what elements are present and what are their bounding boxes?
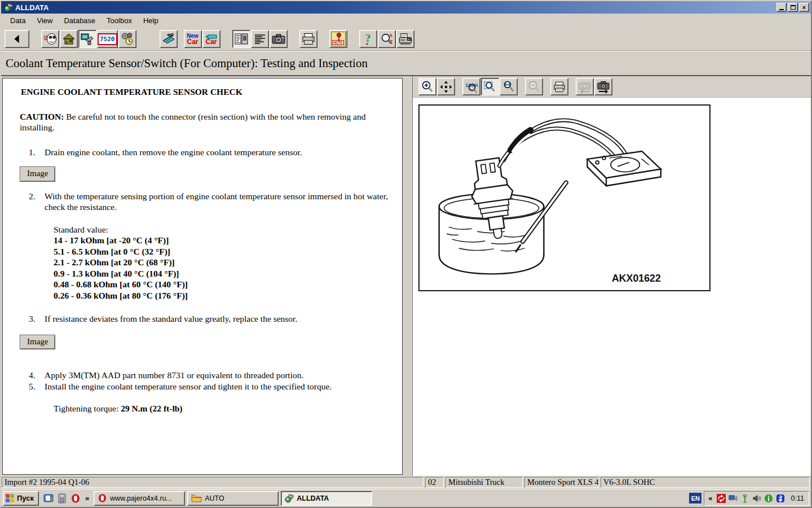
- wireless-tray-icon[interactable]: [740, 494, 749, 503]
- pan-button[interactable]: [437, 78, 455, 95]
- taskbar-button-auto[interactable]: AUTO: [187, 491, 279, 506]
- pane-splitter[interactable]: [403, 76, 413, 476]
- home-button[interactable]: [60, 30, 78, 48]
- standard-value-row: 0.26 - 0.36 kOhm [at 80 °C (176 °F)]: [54, 290, 392, 301]
- previous-image-icon: [578, 80, 592, 94]
- menu-help[interactable]: Help: [138, 15, 164, 27]
- fax-button[interactable]: FAX: [396, 30, 414, 48]
- minimize-button[interactable]: [776, 3, 787, 12]
- svg-text:FAX: FAX: [407, 38, 412, 41]
- caution-paragraph: CAUTION: Be careful not to touch the con…: [20, 111, 392, 133]
- next-image-button[interactable]: [594, 78, 612, 95]
- fit-width-button[interactable]: [500, 78, 518, 95]
- split-view-button[interactable]: [232, 30, 250, 48]
- notes-button[interactable]: NOTE: [329, 30, 347, 48]
- zoom-100-button[interactable]: 100%: [462, 78, 480, 95]
- help-icon: ?: [361, 32, 375, 46]
- pan-icon: [439, 80, 453, 94]
- close-icon: ×: [802, 5, 806, 11]
- previous-car-icon: Car: [205, 34, 218, 45]
- previous-image-button[interactable]: [576, 78, 594, 95]
- start-button[interactable]: Пуск: [3, 491, 39, 506]
- next-image-icon: [597, 80, 610, 94]
- article-heading: ENGINE COOLANT TEMPERATURE SENSOR CHECK: [21, 86, 392, 98]
- tray-collapse-chevron[interactable]: «: [707, 494, 713, 502]
- status-make: Mitsubishi Truck: [445, 477, 523, 488]
- image-button-2[interactable]: Image: [20, 335, 55, 350]
- split-view-icon: [235, 32, 248, 46]
- caution-text: Be careful not to touch the connector (r…: [20, 112, 365, 133]
- odometer-icon: 7520: [98, 33, 117, 45]
- vehicle-diagnostics-button[interactable]: [78, 30, 96, 48]
- fit-window-button[interactable]: [481, 78, 499, 95]
- restore-icon: [791, 5, 796, 10]
- zoom-in-button[interactable]: [418, 78, 436, 95]
- window-title: ALLDATA: [15, 3, 48, 12]
- speedy-fish-icon: [43, 32, 57, 46]
- quick-access-button[interactable]: [41, 30, 59, 48]
- monitor-tool-icon: [81, 32, 94, 46]
- article-pane[interactable]: ENGINE COOLANT TEMPERATURE SENSOR CHECK …: [2, 78, 403, 475]
- bluetooth-tray-icon[interactable]: [776, 494, 785, 503]
- volume-tray-icon[interactable]: [752, 494, 761, 503]
- figure-label: AKX01622: [612, 273, 661, 284]
- network-monitor-tray-icon[interactable]: [729, 494, 738, 503]
- step-5: 5. Install the engine coolant temperatur…: [20, 381, 392, 392]
- image-view-button[interactable]: [270, 30, 288, 48]
- info-tray-icon[interactable]: [764, 494, 773, 503]
- start-label: Пуск: [17, 494, 34, 502]
- taskbar-button-alldata[interactable]: ALLDATA: [281, 491, 372, 506]
- step-1: 1. Drain engine coolant, then remove the…: [20, 147, 392, 158]
- maintenance-schedule-button[interactable]: [118, 30, 136, 48]
- print-button[interactable]: [299, 30, 317, 48]
- svg-text:A: A: [389, 33, 392, 38]
- calculator-icon[interactable]: [57, 493, 67, 503]
- quick-launch-overflow-chevron[interactable]: »: [84, 494, 90, 502]
- folder-icon: [191, 494, 202, 502]
- printer-icon: [302, 32, 315, 46]
- language-indicator[interactable]: EN: [689, 493, 701, 503]
- menu-toolbox[interactable]: Toolbox: [101, 15, 138, 27]
- menu-data[interactable]: Data: [5, 15, 31, 27]
- search-button[interactable]: AZ: [378, 30, 396, 48]
- standard-value-row: 5.1 - 6.5 kOhm [at 0 °C (32 °F)]: [54, 246, 392, 257]
- standard-values: Standard value: 14 - 17 kOhm [at -20 °C …: [54, 224, 392, 301]
- menu-bar: Data View Database Toolbox Help: [1, 14, 811, 28]
- back-button[interactable]: [5, 30, 29, 48]
- menu-database[interactable]: Database: [58, 15, 101, 27]
- coolant-sensor-test-diagram: AKX01622: [420, 106, 709, 290]
- step-2: 2. With the temperature sensing portion …: [20, 191, 392, 213]
- svg-text:Z: Z: [390, 39, 392, 45]
- odometer-button[interactable]: 7520: [97, 30, 118, 48]
- text-view-icon: [253, 32, 267, 46]
- taskbar-clock[interactable]: 0:11: [788, 494, 804, 502]
- torque-label: Tightening torque:: [54, 404, 121, 413]
- data-entry-button[interactable]: [160, 30, 178, 48]
- image-viewer-pane: 100%: [413, 76, 811, 476]
- text-view-button[interactable]: [251, 30, 269, 48]
- title-bar[interactable]: ALLDATA ×: [1, 1, 811, 14]
- windows-taskbar: Пуск » www.pajero4x4.ru... AUTO ALLDATA …: [1, 489, 811, 507]
- help-button[interactable]: ?: [359, 30, 377, 48]
- show-desktop-icon[interactable]: [43, 493, 54, 503]
- standard-value-row: 2.1 - 2.7 kOhm [at 20 °C (68 °F)]: [54, 257, 392, 268]
- viewer-print-button[interactable]: [550, 78, 568, 95]
- main-toolbar: 7520 New Car Car: [1, 28, 811, 51]
- status-engine: V6-3.0L SOHC: [601, 477, 810, 488]
- close-button[interactable]: ×: [799, 3, 809, 12]
- new-car-button[interactable]: New Car: [184, 30, 202, 48]
- previous-car-button[interactable]: Car: [202, 30, 220, 48]
- sync-tray-icon[interactable]: [717, 494, 726, 503]
- menu-view[interactable]: View: [31, 15, 58, 27]
- taskbar-button-pajero[interactable]: www.pajero4x4.ru...: [94, 491, 185, 506]
- zoom-out-button[interactable]: [525, 78, 543, 95]
- figure-frame[interactable]: AKX01622: [418, 104, 710, 291]
- note-pushpin-icon: NOTE: [331, 32, 346, 46]
- image-button-1[interactable]: Image: [20, 167, 55, 182]
- opera-quick-launch-icon[interactable]: [70, 493, 81, 503]
- restore-button[interactable]: [788, 3, 798, 12]
- system-tray: EN « 0:11: [689, 491, 809, 506]
- standard-value-label: Standard value:: [54, 224, 392, 235]
- step-3: 3. If resistance deviates from the stand…: [20, 313, 392, 325]
- back-arrow-icon: [11, 33, 23, 45]
